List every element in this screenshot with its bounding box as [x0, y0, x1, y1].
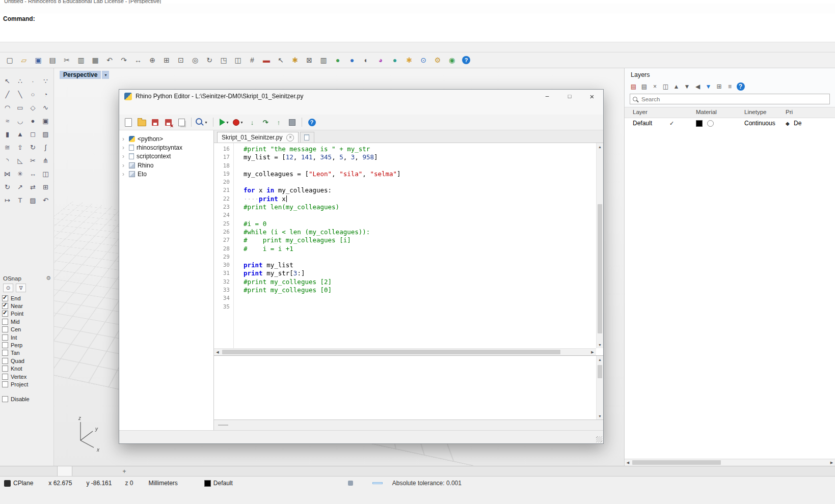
scroll-track[interactable] — [597, 363, 603, 412]
scroll-up-arrow-icon[interactable] — [597, 143, 603, 150]
zoom-window-icon[interactable]: ⊞ — [160, 53, 173, 67]
osnap-end-checkbox[interactable]: End — [0, 294, 54, 302]
help-icon[interactable]: ? — [736, 81, 745, 91]
column-header-material[interactable]: Material — [696, 109, 717, 115]
layer-material-icon[interactable] — [707, 120, 714, 127]
editor-tab-script[interactable]: Skript_01_Seinitzer.py — [217, 132, 299, 143]
osnap-near-checkbox[interactable]: Near — [0, 302, 54, 310]
open-file-button[interactable] — [136, 116, 148, 128]
checkbox-icon[interactable] — [2, 334, 8, 341]
dropdown-caret-icon[interactable] — [204, 120, 208, 125]
filter-icon[interactable]: ▼ — [704, 81, 713, 91]
sun-icon[interactable]: ✱ — [402, 53, 416, 67]
checkbox-icon[interactable] — [2, 358, 8, 364]
menu-item-drafting[interactable] — [74, 8, 84, 10]
layers-search-input[interactable] — [640, 96, 827, 103]
step-out-button[interactable]: ↑ — [273, 116, 285, 128]
patch-tool-button[interactable]: ▨ — [39, 127, 52, 141]
options-icon[interactable]: ⚙ — [431, 53, 444, 67]
column-header-print[interactable]: Pri — [786, 109, 793, 115]
sphere-tool-button[interactable]: ● — [26, 114, 39, 127]
tree-item-rhino[interactable]: Rhino — [119, 161, 213, 170]
scroll-down-arrow-icon[interactable] — [597, 341, 603, 348]
scroll-thumb[interactable] — [632, 460, 721, 465]
scale-tool-button[interactable]: ↗ — [14, 180, 26, 193]
cplane-label[interactable]: CPlane — [13, 480, 33, 487]
environment-icon[interactable]: ● — [388, 53, 401, 67]
show-grid-icon[interactable]: # — [246, 53, 259, 67]
output-panel[interactable] — [214, 355, 603, 419]
editor-menu-debug[interactable] — [142, 108, 151, 110]
column-header-linetype[interactable]: Linetype — [744, 109, 766, 115]
dropdown-caret-icon[interactable] — [239, 120, 244, 125]
menu-item-window[interactable] — [120, 8, 129, 10]
help-icon[interactable]: ? — [460, 53, 473, 67]
cut-icon[interactable]: ✂ — [60, 53, 73, 67]
chamfer-tool-button[interactable]: ◺ — [14, 154, 26, 167]
osnap-project-checkbox[interactable]: Project — [0, 380, 54, 388]
shaded-view-icon[interactable]: ● — [331, 53, 344, 67]
scroll-thumb[interactable] — [598, 365, 602, 378]
array-tool-button[interactable]: ⊞ — [39, 180, 52, 193]
tree-item-scriptcontext[interactable]: scriptcontext — [119, 152, 213, 161]
earth-icon[interactable]: ◉ — [445, 53, 459, 67]
plane-tool-button[interactable]: ◻ — [26, 127, 39, 141]
editor-menu-edit[interactable] — [132, 108, 142, 110]
maximize-button[interactable] — [558, 90, 581, 103]
layer-linetype[interactable]: Continuous — [744, 120, 775, 127]
command-history-area[interactable]: Command: — [0, 14, 835, 42]
search-button[interactable] — [195, 116, 209, 128]
scroll-track[interactable] — [221, 349, 589, 355]
chevron-right-icon[interactable] — [122, 135, 127, 143]
osnap-filter-icon[interactable] — [16, 284, 26, 292]
checkbox-icon[interactable] — [2, 295, 8, 301]
explode-tool-button[interactable]: ✳ — [14, 167, 26, 180]
scroll-left-arrow-icon[interactable] — [625, 459, 631, 466]
move-down-icon[interactable]: ▼ — [682, 81, 692, 91]
rotate-tool-button[interactable]: ↻ — [1, 180, 14, 193]
osnap-tan-checkbox[interactable]: Tan — [0, 349, 54, 357]
circle-tool-button[interactable]: ○ — [26, 88, 39, 101]
chevron-right-icon[interactable] — [122, 153, 127, 160]
help-button[interactable] — [306, 116, 318, 128]
menu-item-surface[interactable] — [38, 8, 47, 10]
move-up-icon[interactable]: ▲ — [671, 81, 681, 91]
delete-layer-icon[interactable]: × — [650, 81, 660, 91]
scroll-down-arrow-icon[interactable] — [597, 412, 603, 419]
material-editor-icon[interactable]: ◕ — [374, 53, 387, 67]
render-icon[interactable]: ● — [345, 53, 359, 67]
car-icon[interactable]: ▬ — [260, 53, 273, 67]
output-vertical-scrollbar[interactable] — [596, 356, 603, 419]
checkbox-icon[interactable] — [2, 311, 8, 317]
chevron-right-icon[interactable] — [122, 144, 127, 151]
save-button[interactable] — [149, 116, 161, 128]
scroll-track[interactable] — [597, 150, 603, 341]
viewport-tab-right[interactable] — [101, 466, 115, 476]
units-label[interactable]: Millimeters — [148, 480, 177, 487]
scroll-right-arrow-icon[interactable] — [828, 459, 835, 466]
chevron-right-icon[interactable] — [122, 171, 127, 178]
osnap-knot-checkbox[interactable]: Knot — [0, 365, 54, 373]
osnap-cen-checkbox[interactable]: Cen — [0, 326, 54, 333]
zoom-selected-icon[interactable]: ◎ — [188, 53, 202, 67]
scroll-thumb[interactable] — [598, 204, 602, 333]
menu-item-tools[interactable] — [93, 8, 102, 10]
layers-search-box[interactable] — [630, 94, 830, 104]
split-tool-button[interactable]: ⋔ — [39, 154, 52, 167]
curve-tool-button[interactable]: ∿ — [39, 101, 52, 114]
copy-icon[interactable]: ▥ — [74, 53, 88, 67]
undo-tool-tool-button[interactable]: ↶ — [39, 193, 52, 207]
copy-object-tool-button[interactable]: ◫ — [39, 167, 52, 180]
hatch-tool-button[interactable]: ▨ — [26, 193, 39, 207]
command-prompt[interactable]: Command: — [3, 15, 835, 22]
menu-icon[interactable]: ≡ — [725, 81, 735, 91]
mirror-tool-button[interactable]: ⇄ — [26, 180, 39, 193]
editor-menu-tools[interactable] — [151, 108, 160, 110]
checkbox-icon[interactable] — [2, 319, 8, 325]
osnap-disable-checkbox[interactable]: Disable — [0, 396, 54, 403]
current-layer-name[interactable]: Default — [213, 480, 233, 487]
columns-icon[interactable]: ⊞ — [714, 81, 724, 91]
select-tool-button[interactable]: ↖ — [1, 74, 14, 88]
editor-menu-help[interactable] — [160, 108, 169, 110]
collapse-icon[interactable]: ◀ — [693, 81, 703, 91]
